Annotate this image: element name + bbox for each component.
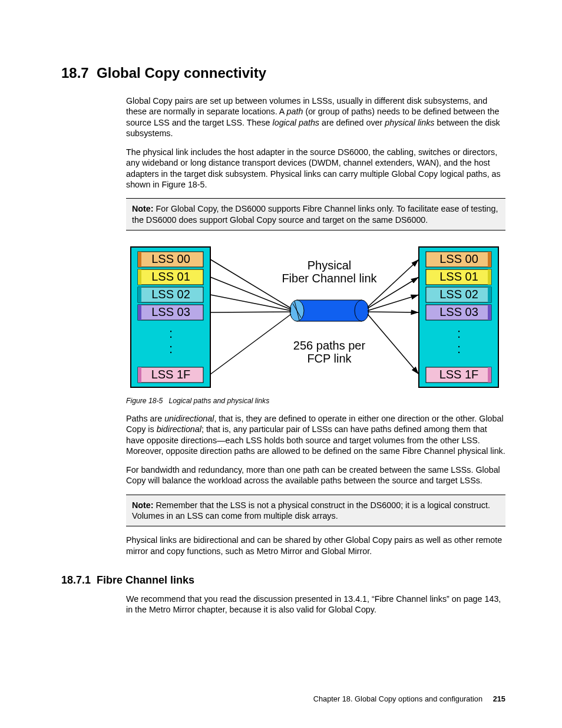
figure: LSS 00 LSS 01 LSS 02 LSS 03 LSS 1F : : (126, 245, 505, 393)
svg-text::: : (169, 341, 173, 356)
svg-rect-8 (138, 287, 141, 302)
svg-line-41 (210, 259, 291, 308)
svg-line-48 (368, 295, 419, 311)
svg-text:LSS 1F: LSS 1F (439, 368, 479, 381)
paragraph: We recommend that you read the discussio… (126, 594, 505, 615)
svg-text:LSS 02: LSS 02 (151, 288, 190, 301)
svg-rect-24 (488, 252, 491, 267)
svg-text:FCP link: FCP link (307, 352, 352, 365)
svg-text:Physical: Physical (308, 259, 351, 272)
svg-rect-6 (138, 252, 141, 267)
svg-text:LSS 01: LSS 01 (439, 270, 478, 283)
note-box: Note: Remember that the LSS is not a phy… (126, 495, 505, 527)
note-text: For Global Copy, the DS6000 supports Fib… (132, 204, 498, 224)
svg-text:LSS 02: LSS 02 (439, 288, 478, 301)
paragraph: The physical link includes the host adap… (126, 147, 505, 190)
svg-text:LSS 01: LSS 01 (151, 270, 190, 283)
body-column: We recommend that you read the discussio… (126, 594, 505, 615)
svg-line-50 (368, 314, 419, 374)
paragraph: Paths are unidirectional, that is, they … (126, 413, 505, 456)
svg-rect-9 (138, 305, 141, 320)
svg-line-43 (210, 295, 291, 311)
svg-rect-25 (488, 269, 491, 285)
note-label: Note: (132, 500, 154, 510)
svg-line-49 (368, 312, 419, 312)
figure-caption: Figure 18-5 Logical paths and physical l… (126, 397, 505, 405)
note-text: Remember that the LSS is not a physical … (132, 500, 490, 521)
figure-svg: LSS 00 LSS 01 LSS 02 LSS 03 LSS 1F : : (126, 245, 503, 391)
svg-rect-27 (488, 305, 491, 320)
svg-text:LSS 1F: LSS 1F (151, 368, 191, 381)
svg-rect-28 (488, 367, 491, 383)
svg-text:256 paths per: 256 paths per (293, 339, 366, 352)
svg-text:Fiber Channel link: Fiber Channel link (282, 272, 377, 285)
section-title: Global Copy connectivity (97, 65, 266, 81)
svg-text::: : (457, 326, 461, 341)
svg-line-45 (210, 314, 291, 374)
svg-point-37 (355, 300, 369, 321)
note-box: Note: For Global Copy, the DS6000 suppor… (126, 198, 505, 230)
paragraph: Global Copy pairs are set up between vol… (126, 95, 505, 139)
svg-text:LSS 03: LSS 03 (151, 305, 190, 318)
svg-rect-7 (138, 269, 141, 285)
subsection-number: 18.7.1 (61, 574, 91, 586)
page-footer: Chapter 18. Global Copy options and conf… (313, 694, 505, 703)
svg-rect-10 (138, 367, 141, 383)
svg-rect-36 (297, 300, 362, 321)
section-number: 18.7 (61, 65, 89, 81)
svg-text::: : (457, 341, 461, 356)
footer-chapter: Chapter 18. Global Copy options and conf… (313, 694, 482, 703)
section-heading: 18.7 Global Copy connectivity (61, 65, 505, 81)
paragraph: For bandwidth and redundancy, more than … (126, 465, 505, 486)
svg-rect-26 (488, 287, 491, 302)
subsection-title: Fibre Channel links (97, 574, 194, 586)
svg-line-42 (210, 277, 291, 309)
svg-line-44 (210, 312, 291, 312)
subsection-heading: 18.7.1 Fibre Channel links (61, 574, 505, 587)
body-column: Global Copy pairs are set up between vol… (126, 95, 505, 556)
svg-text:LSS 00: LSS 00 (439, 252, 478, 265)
svg-text:LSS 00: LSS 00 (151, 252, 190, 265)
page-number: 215 (493, 694, 505, 703)
note-label: Note: (132, 204, 154, 213)
svg-text:LSS 03: LSS 03 (439, 305, 478, 318)
page: 18.7 Global Copy connectivity Global Cop… (0, 0, 562, 659)
svg-text::: : (169, 326, 173, 341)
paragraph: Physical links are bidirectional and can… (126, 535, 505, 556)
